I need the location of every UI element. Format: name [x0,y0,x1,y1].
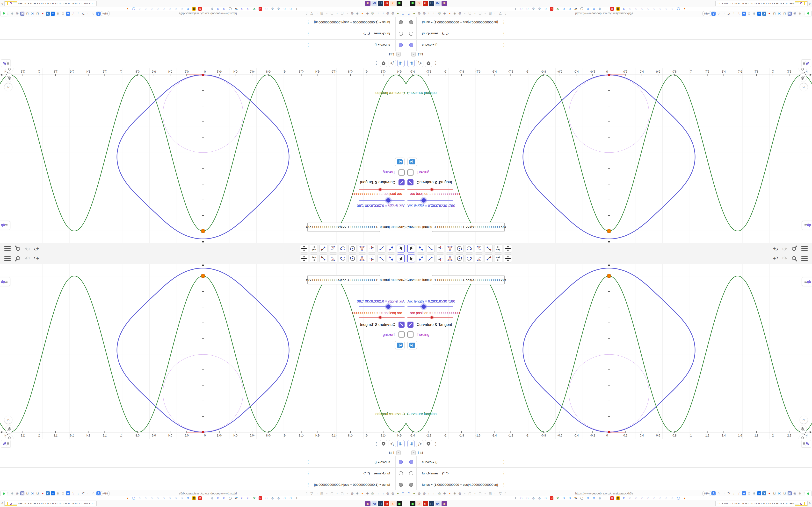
extension-icons[interactable]: A☆→↻↓/A⊙⊛+▼●⊔⋉⊔▣◉⊕♡⌐⊛ [711,12,812,16]
visibility-toggle[interactable] [409,43,413,47]
icon-8859[interactable]: ⊛ [752,491,756,495]
icon-8745[interactable]: ∩ [427,12,432,16]
bookmark-favicons[interactable]: ‖GG◍◍GЯΨGGW◯GG◍ⓘЯ▦G♘♘♘♘♘♘♘♘◯● [512,7,688,11]
play-step-button[interactable]: ▶▏ [395,341,405,349]
algebra-sort-button[interactable] [397,440,405,447]
icon-9734[interactable]: ☆ [91,491,95,495]
icon-9636[interactable]: ▤ [320,12,324,16]
icon-9677[interactable]: ◍ [391,12,395,16]
icon-71[interactable]: G [247,496,250,500]
tool-reflect[interactable] [319,255,327,263]
icon-8745[interactable]: ∩ [427,491,432,495]
arc-length-slider[interactable] [407,306,453,307]
icon-1071[interactable]: Я [550,7,553,11]
icon-71[interactable]: G [544,7,547,11]
tool-circle-center[interactable] [456,244,463,252]
tool-move[interactable] [397,255,405,263]
icon-71[interactable]: G [186,496,190,500]
row-menu-kebab[interactable]: ⋮ [307,20,310,25]
browser-left-icons[interactable]: Y●◍◍∩∩◍⊛●⊛◍◦▢◦▢◦▤←▽▯ [304,12,406,16]
icon-8859[interactable]: ⊛ [365,12,369,16]
tool-slider[interactable]: a=2 [310,244,318,252]
arc-length-slider[interactable] [359,306,405,307]
row-menu-kebab[interactable]: ⋮ [307,482,310,487]
arc-position-slider[interactable] [359,317,405,318]
main-menu-button[interactable] [4,246,11,251]
icon-9711[interactable]: ◯ [677,496,680,500]
icon-71[interactable]: G [289,7,292,11]
algebra-fx-button[interactable]: ƒx [389,60,396,67]
icon-71[interactable]: G [289,496,292,500]
function-combobox[interactable]: 1.000000000000 + cos(4.000000000000 x) ▼ [307,275,380,284]
icon-9638[interactable]: ▦ [616,7,620,11]
icon-9677[interactable]: ◍ [538,496,541,500]
dock-app-icons[interactable]: ▣◕⊛▢64◉ [410,501,447,506]
icon-9816[interactable]: ♘ [138,7,141,11]
bookmark-favicons[interactable]: ‖GG◍◍GЯΨGGW◯GG◍ⓘЯ▦G♘♘♘♘♘♘♘♘◯● [124,496,300,500]
icon-9636[interactable]: ▤ [488,491,492,495]
icon-47[interactable]: / [737,491,741,495]
tool-reflect[interactable] [485,244,493,252]
icon-71[interactable]: G [186,7,190,11]
icon-8853[interactable]: ⊕ [798,12,802,16]
chevron-up-icon[interactable]: ∧ [1,501,3,505]
tool-line[interactable] [426,244,435,252]
icon-9702[interactable]: ◦ [483,12,487,16]
icon-8594[interactable]: → [86,491,90,495]
icon-8852[interactable]: ⊔ [26,491,30,495]
icon-89[interactable]: Y [401,12,405,16]
icon-9816[interactable]: ♘ [156,496,159,500]
arc-length-slider-thumb[interactable] [386,198,391,203]
arc-position-slider[interactable] [407,317,453,318]
algebra-row-funcs[interactable]: funcs = {1.000000000000 + cos(4.00000000… [0,17,406,28]
icon-9635[interactable]: ▣ [20,12,24,16]
icon-9816[interactable]: ♘ [641,496,644,500]
icon-71[interactable]: G [520,496,523,500]
icon-8859[interactable]: ⊛ [443,12,447,16]
icon-8857[interactable]: ⊙ [747,491,751,495]
algebra-stylebar-toggle[interactable] [1,440,11,447]
algebra-row-funcs[interactable]: funcs = {1.000000000000 + cos(4.00000000… [406,17,812,28]
icon-71[interactable]: G [241,496,244,500]
icon-9677[interactable]: ◍ [458,12,462,16]
tool-slider[interactable]: a=2 [310,255,318,263]
row-menu-kebab[interactable]: ⋮ [307,32,310,37]
icon-9816[interactable]: ♘ [653,496,656,500]
icon-1071[interactable]: Я [610,496,614,500]
extension-icons[interactable]: A☆→↻↓/A⊙⊛+▼●⊔⋉⊔▣◉⊕♡⌐⊛ [0,12,101,16]
icon-8859[interactable]: ⊛ [423,1,428,6]
icon-9679[interactable]: ● [412,491,416,495]
algebra-stylebar-toggle[interactable] [1,60,11,67]
tool-conic[interactable] [465,244,473,252]
page-zoom-indicator[interactable]: 81% [702,11,711,16]
icon-8859[interactable]: ⊛ [453,491,457,495]
tool-angle[interactable]: α [475,255,483,263]
graphics-canvas[interactable]: -2.4-2.2-2-1.8-1.6-1.4-1.2-1-0.8-0.6-0.4… [406,264,812,439]
page-zoom-indicator[interactable]: 81% [101,11,110,16]
icon-9816[interactable]: ♘ [671,496,674,500]
icon-8635[interactable]: ↻ [81,12,85,16]
icon-9635[interactable]: ▣ [788,12,792,16]
algebra-menu-kebab[interactable]: ⋮ [434,61,437,66]
icon-9734[interactable]: ☆ [717,12,721,16]
icon-8852[interactable]: ⊔ [782,491,786,495]
icon-65[interactable]: A [711,12,716,16]
icon-8852[interactable]: ⊔ [26,12,30,16]
icon-9816[interactable]: ♘ [138,496,141,500]
icon-9661[interactable]: ▽ [498,12,502,16]
main-menu-button[interactable] [801,246,808,251]
icon-9432[interactable]: ⓘ [604,496,608,500]
icon-9677[interactable]: ◍ [458,491,462,495]
icon-9677[interactable]: ◍ [417,491,421,495]
icon-65[interactable]: A [742,491,746,495]
tool-conic[interactable] [465,255,473,263]
icon-8595[interactable]: ↓ [76,12,80,16]
dock-app-icons[interactable]: ▣◕⊛▢64◉ [410,1,447,6]
icon-8859[interactable]: ⊛ [423,501,428,506]
icon-9685[interactable]: ◕ [390,501,396,506]
icon-54[interactable]: 64 [371,501,377,506]
icon-9677[interactable]: ◍ [532,7,535,11]
tool-move[interactable] [397,244,405,252]
icon-9634[interactable]: ▢ [330,12,334,16]
graphics-stylebar-button[interactable] [802,221,812,230]
